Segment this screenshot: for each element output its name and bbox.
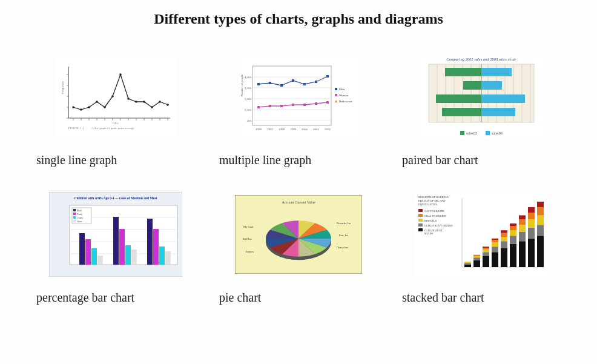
svg-rect-114 [73,209,76,211]
svg-point-22 [80,108,82,111]
svg-text:BIOFUELS: BIOFUELS [424,219,437,222]
svg-text:sales02: sales02 [466,131,477,135]
svg-rect-46 [269,82,271,84]
chart-stacked-bar: MILLIONS OF BARRELS PER DAY OF OIL AND E… [415,192,548,277]
svg-rect-128 [125,245,131,265]
chart-multiple-line: Men Women Both sexes 4,0003,5003,000 2,5… [238,58,359,136]
svg-rect-126 [113,217,119,265]
caption-multiple-line: multiple line graph [219,153,378,167]
svg-text:1998: 1998 [279,128,285,131]
thumb-paired-bar: Comparing 2002 sales and 2003 sales of q… [402,51,561,142]
svg-rect-162 [464,262,471,263]
cell-percentage-bar: Children with ASDs Age 0-4 — cases of Me… [36,189,195,305]
svg-rect-56 [303,104,306,106]
thumb-percentage-bar: Children with ASDs Age 0-4 — cases of Me… [36,189,195,280]
svg-rect-204 [537,202,544,207]
svg-text:Account Current Value: Account Current Value [282,200,315,204]
svg-rect-96 [463,81,481,90]
cell-multiple-line: Men Women Both sexes 4,0003,5003,000 2,5… [219,51,378,167]
svg-rect-51 [326,75,329,78]
svg-rect-174 [483,247,489,248]
svg-text:Pattern: Pattern [246,250,254,253]
svg-point-29 [135,101,137,103]
svg-rect-195 [528,239,535,267]
svg-text:Black: Black [77,210,82,212]
chart-paired-bar: Comparing 2002 sales and 2003 sales of q… [418,55,545,139]
chart-percentage-bar: Children with ASDs Age 0-4 — cases of Me… [49,192,182,277]
svg-point-26 [111,95,114,98]
thumb-single-line: Frequency FIGURE 1.1 A line graph of gra… [36,51,195,142]
svg-rect-151 [418,219,423,222]
svg-rect-193 [519,219,526,225]
svg-point-28 [127,98,130,100]
thumb-pie: Account Current Value [219,189,378,280]
svg-rect-95 [481,68,512,76]
svg-text:MILLIONS OF BARRELS: MILLIONS OF BARRELS [418,196,449,199]
svg-rect-186 [510,236,516,244]
svg-rect-168 [473,255,480,256]
svg-text:A-only: A-only [77,217,83,219]
thumb-multiple-line: Men Women Both sexes 4,0003,5003,000 2,5… [219,51,378,142]
svg-text:PER DAY OF OIL AND: PER DAY OF OIL AND [418,199,446,202]
caption-single-line: single line graph [36,153,195,167]
svg-rect-187 [510,230,516,236]
svg-rect-199 [528,207,535,213]
svg-text:Frequency: Frequency [61,81,64,94]
caption-paired-bar: paired bar chart [402,153,561,167]
svg-rect-47 [280,84,283,87]
svg-rect-49 [303,83,306,85]
svg-rect-120 [73,220,76,222]
svg-rect-191 [519,232,526,242]
svg-text:SANDS: SANDS [424,232,433,235]
svg-rect-61 [335,94,337,96]
svg-text:Abuse: Abuse [77,220,82,223]
svg-rect-104 [486,131,490,135]
svg-rect-194 [519,216,526,220]
svg-rect-202 [537,216,544,225]
svg-rect-153 [418,223,423,227]
svg-rect-50 [315,81,317,83]
svg-rect-124 [91,248,97,265]
svg-rect-178 [492,240,498,243]
caption-percentage-bar: percentage bar chart [36,291,195,305]
svg-rect-102 [460,131,464,135]
svg-rect-196 [528,228,535,239]
svg-rect-58 [326,101,329,104]
svg-text:Men: Men [339,88,345,91]
svg-rect-147 [418,209,423,212]
svg-text:sales03: sales03 [492,131,503,135]
svg-rect-116 [73,213,76,215]
svg-text:COAL TO LIQUIDS: COAL TO LIQUIDS [424,214,446,217]
svg-rect-167 [473,256,480,257]
svg-rect-125 [97,256,103,265]
svg-text:EQUIVALENTS: EQUIVALENTS [418,203,437,206]
svg-point-33 [167,104,169,106]
svg-rect-177 [492,243,498,247]
svg-text:Number of people: Number of people [240,74,243,96]
caption-stacked-bar: stacked bar chart [402,291,561,305]
svg-point-27 [119,73,122,76]
svg-rect-123 [85,239,91,265]
svg-text:2001: 2001 [313,128,320,131]
svg-rect-127 [119,229,125,265]
svg-rect-188 [510,227,516,231]
svg-rect-130 [147,219,153,265]
svg-point-32 [159,101,161,103]
svg-rect-175 [492,252,498,267]
svg-text:Comparing 2002 sales and 2003 : Comparing 2002 sales and 2003 sales of q… [446,57,516,61]
svg-rect-200 [537,236,544,267]
svg-text:P-only: P-only [77,213,83,216]
svg-text:My Cash: My Cash [243,225,254,228]
chart-single-line: Frequency FIGURE 1.1 A line graph of gra… [55,58,176,136]
svg-text:Children with ASDs Age 0-4 — c: Children with ASDs Age 0-4 — cases of Me… [74,196,157,200]
svg-rect-122 [79,233,85,265]
svg-text:1997: 1997 [267,128,274,131]
svg-rect-129 [131,250,137,265]
caption-pie: pie chart [219,291,378,305]
svg-point-31 [151,106,153,108]
svg-rect-53 [269,105,271,107]
svg-text:Women: Women [339,94,349,97]
svg-rect-131 [153,229,159,265]
svg-rect-99 [481,94,525,103]
svg-rect-133 [165,251,171,265]
